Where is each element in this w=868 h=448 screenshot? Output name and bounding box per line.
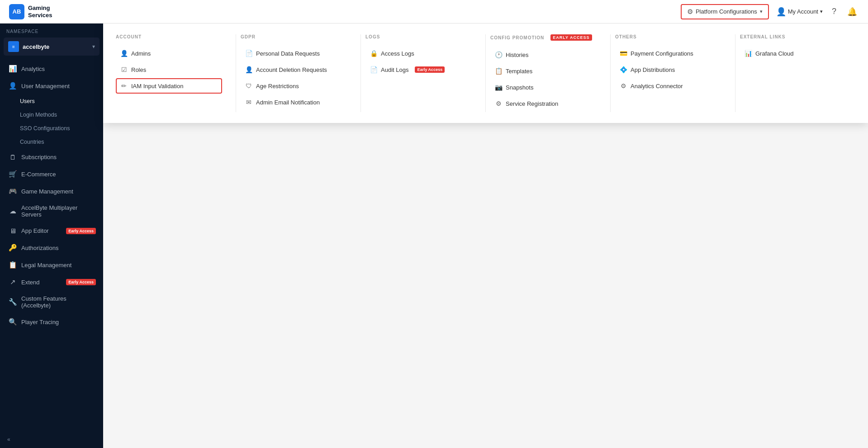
sidebar-sub-sso-configurations[interactable]: SSO Configurations (0, 122, 103, 135)
account-deletion-label: Account Deletion Requests (256, 66, 327, 73)
dropdown-item-analytics-connector[interactable]: ⚙ Analytics Connector (615, 78, 721, 94)
sidebar-item-player-tracing[interactable]: 🔍 Player Tracing (0, 313, 103, 330)
dropdown-col-config-promotion: CONFIG PROMOTION Early Access 🕐 Historie… (490, 34, 606, 112)
sidebar-item-legal-management[interactable]: 📋 Legal Management (0, 256, 103, 274)
sidebar-item-app-editor[interactable]: 🖥 App Editor Early Access (0, 222, 103, 239)
sidebar-label-game-management: Game Management (21, 188, 96, 195)
clock-icon: 🕐 (495, 51, 502, 58)
service-registration-label: Service Registration (506, 100, 558, 107)
dropdown-item-app-distributions[interactable]: 💠 App Distributions (615, 62, 721, 77)
sidebar-label-custom-features: Custom Features (Accelbyte) (21, 295, 96, 309)
sidebar-sub-users[interactable]: Users (0, 94, 103, 108)
namespace-selector[interactable]: ≡ accelbyte ▾ (4, 38, 100, 56)
my-account-label: My Account (788, 8, 818, 15)
app-editor-icon: 🖥 (9, 227, 17, 235)
sidebar-label-authorizations: Authorizations (21, 245, 96, 251)
sidebar-label-multiplayer: AccelByte Multiplayer Servers (21, 204, 96, 218)
external-links-section-header: EXTERNAL LINKS (740, 34, 846, 39)
person-icon: 👤 (776, 7, 786, 17)
chevron-down-icon: ▾ (820, 9, 823, 14)
dropdown-item-service-registration[interactable]: ⚙ Service Registration (490, 96, 597, 111)
game-management-icon: 🎮 (9, 187, 17, 195)
header-right: ⚙ Platform Configurations ▾ 👤 My Account… (681, 4, 859, 19)
gear-icon: ⚙ (687, 8, 693, 16)
admins-label: Admins (131, 50, 151, 57)
dropdown-col-external-links: EXTERNAL LINKS 📊 Grafana Cloud (740, 34, 855, 112)
user-management-icon: 👤 (9, 82, 17, 90)
sidebar-item-subscriptions[interactable]: 🗒 Subscriptions (0, 149, 103, 165)
dropdown-item-snapshots[interactable]: 📷 Snapshots (490, 80, 597, 95)
sidebar-label-user-management: User Management (21, 83, 96, 90)
sidebar-sub-login-methods[interactable]: Login Methods (0, 108, 103, 122)
iam-label: IAM Input Validation (131, 83, 183, 90)
help-button[interactable]: ? (830, 5, 838, 18)
histories-label: Histories (506, 52, 529, 58)
payment-configurations-label: Payment Configurations (631, 50, 693, 57)
sidebar-item-user-management[interactable]: 👤 User Management (0, 77, 103, 94)
notifications-button[interactable]: 🔔 (845, 5, 859, 19)
namespace-chevron-icon: ▾ (92, 43, 95, 50)
sidebar-label-extend: Extend (21, 279, 59, 286)
extend-badge: Early Access (66, 279, 96, 285)
sidebar-sub-countries[interactable]: Countries (0, 135, 103, 149)
file-icon: 📄 (370, 66, 377, 73)
sidebar-item-game-management[interactable]: 🎮 Game Management (0, 183, 103, 200)
diamond-icon: 💠 (620, 66, 627, 73)
dropdown-col-gdpr: GDPR 📄 Personal Data Requests 👤 Account … (241, 34, 356, 112)
sidebar-label-analytics: Analytics (21, 66, 96, 72)
sidebar-item-authorizations[interactable]: 🔑 Authorizations (0, 239, 103, 256)
gear-icon: ⚙ (495, 100, 502, 107)
dropdown-item-roles[interactable]: ☑ Roles (116, 62, 222, 77)
body-layout: NAMESPACE ≡ accelbyte ▾ 📊 Analytics 👤 Us… (0, 24, 868, 448)
snapshots-label: Snapshots (506, 84, 533, 91)
dropdown-item-age-restrictions[interactable]: 🛡 Age Restrictions (241, 78, 347, 94)
sidebar-item-extend[interactable]: ↗ Extend Early Access (0, 274, 103, 291)
dropdown-col-logs: LOGS 🔒 Access Logs 📄 Audit Logs Early Ac… (365, 34, 481, 112)
app-logo: AB Gaming Services (9, 4, 52, 19)
lock-icon: 🔒 (370, 50, 377, 57)
access-logs-label: Access Logs (381, 50, 414, 57)
logo-text: Gaming Services (28, 5, 52, 19)
sidebar-item-ecommerce[interactable]: 🛒 E-Commerce (0, 165, 103, 183)
grafana-cloud-label: Grafana Cloud (755, 50, 794, 57)
main-content: Hide Overview ✎ ACCOUNT 👤 Admins ☑ Roles (103, 24, 868, 448)
extend-icon: ↗ (9, 278, 17, 286)
namespace-name: ≡ accelbyte (8, 41, 49, 52)
app-header: AB Gaming Services ⚙ Platform Configurat… (0, 0, 868, 24)
sidebar: NAMESPACE ≡ accelbyte ▾ 📊 Analytics 👤 Us… (0, 24, 103, 448)
dropdown-item-admins[interactable]: 👤 Admins (116, 46, 222, 61)
collapse-icon: « (7, 436, 10, 443)
edit-icon: ✏ (120, 82, 128, 90)
platform-config-button[interactable]: ⚙ Platform Configurations ▾ (681, 4, 769, 19)
payment-icon: 💳 (620, 50, 627, 57)
file-icon: 📄 (245, 50, 252, 57)
divider-5 (735, 34, 735, 112)
dropdown-item-admin-email[interactable]: ✉ Admin Email Notification (241, 94, 347, 110)
dropdown-item-payment-configurations[interactable]: 💳 Payment Configurations (615, 46, 721, 61)
dropdown-item-templates[interactable]: 📋 Templates (490, 63, 597, 79)
dropdown-item-personal-data[interactable]: 📄 Personal Data Requests (241, 46, 347, 61)
dropdown-item-audit-logs[interactable]: 📄 Audit Logs Early Access (365, 62, 472, 77)
sidebar-item-custom-features[interactable]: 🔧 Custom Features (Accelbyte) (0, 291, 103, 313)
sidebar-item-accelbyte-multiplayer[interactable]: ☁ AccelByte Multiplayer Servers (0, 200, 103, 222)
app-distributions-label: App Distributions (631, 66, 675, 73)
config-promotion-badge: Early Access (550, 34, 592, 41)
dropdown-item-iam-input-validation[interactable]: ✏ IAM Input Validation (116, 78, 222, 94)
dropdown-item-histories[interactable]: 🕐 Histories (490, 47, 597, 62)
divider-2 (360, 34, 361, 112)
my-account-button[interactable]: 👤 My Account ▾ (776, 7, 823, 17)
personal-data-label: Personal Data Requests (256, 50, 320, 57)
dropdown-item-account-deletion[interactable]: 👤 Account Deletion Requests (241, 62, 347, 77)
dropdown-item-access-logs[interactable]: 🔒 Access Logs (365, 46, 472, 61)
person-icon: 👤 (120, 50, 128, 57)
logs-section-header: LOGS (365, 34, 472, 39)
sidebar-item-analytics[interactable]: 📊 Analytics (0, 60, 103, 77)
logo-abbr: AB (9, 4, 24, 19)
sidebar-collapse-button[interactable]: « (0, 431, 103, 448)
multiplayer-icon: ☁ (9, 207, 17, 215)
roles-label: Roles (131, 66, 146, 73)
dropdown-item-grafana-cloud[interactable]: 📊 Grafana Cloud (740, 46, 846, 61)
chevron-down-icon: ▾ (760, 9, 763, 14)
audit-logs-badge: Early Access (415, 66, 445, 73)
sidebar-label-subscriptions: Subscriptions (21, 154, 96, 160)
